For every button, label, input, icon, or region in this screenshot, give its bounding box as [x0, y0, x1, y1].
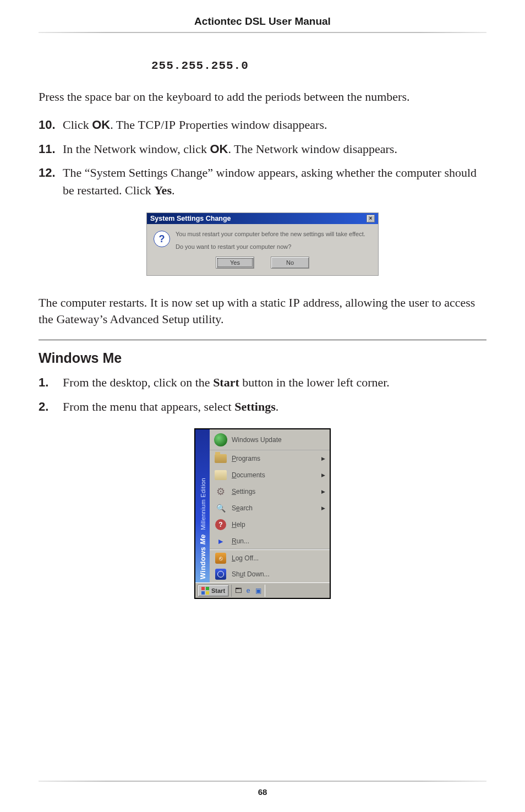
step-11: 11. In the Network window, click OK. The… — [39, 140, 486, 158]
step-number: 2. — [39, 398, 63, 416]
step-body: From the menu that appears, select Setti… — [63, 398, 486, 416]
documents-icon — [214, 468, 227, 482]
page-number: 68 — [0, 787, 525, 797]
start-menu-figure: Windows Me Millennium Edition Windows Up… — [194, 428, 331, 599]
section-heading: Windows Me — [39, 350, 486, 366]
yes-button[interactable]: Yes — [216, 257, 254, 269]
menu-shutdown[interactable]: Shut Down... — [210, 566, 330, 582]
submenu-arrow-icon: ▶ — [321, 505, 325, 511]
menu-label: Log Off... — [232, 554, 259, 562]
menu-label: Programs — [232, 455, 260, 462]
step-body: In the Network window, click OK. The Net… — [63, 140, 486, 158]
windows-flag-icon — [201, 587, 209, 595]
logoff-icon: ⎋ — [214, 552, 227, 565]
header-rule — [39, 32, 486, 33]
menu-documents[interactable]: Documents ▶ — [210, 467, 330, 483]
step-body: Click OK. The TCP/IP Properties window d… — [63, 116, 486, 134]
start-label: Start — [211, 587, 225, 594]
close-icon[interactable]: × — [367, 215, 375, 222]
menu-search[interactable]: Search ▶ — [210, 500, 330, 516]
menu-run[interactable]: Run... — [210, 533, 330, 549]
footer-rule — [39, 781, 486, 782]
menu-label: Settings — [232, 488, 255, 495]
outro-paragraph: The computer restarts. It is now set up … — [39, 295, 486, 327]
step-number: 11. — [39, 140, 63, 158]
step-10: 10. Click OK. The TCP/IP Properties wind… — [39, 116, 486, 134]
submenu-arrow-icon: ▶ — [321, 489, 325, 494]
menu-help[interactable]: ? Help — [210, 516, 330, 533]
quick-launch-icon[interactable]: 🗔 — [234, 586, 243, 595]
steps-list-a: 10. Click OK. The TCP/IP Properties wind… — [39, 116, 486, 200]
step-number: 1. — [39, 374, 63, 391]
submenu-arrow-icon: ▶ — [321, 456, 325, 461]
quick-launch-icon[interactable]: ▣ — [254, 586, 262, 595]
settings-icon: ⚙ — [214, 485, 227, 498]
menu-programs[interactable]: Programs ▶ — [210, 450, 330, 467]
menu-label: Help — [232, 521, 245, 528]
dialog-message: You must restart your computer before th… — [176, 230, 365, 251]
dialog-titlebar: System Settings Change × — [147, 213, 378, 224]
step-b1: 1. From the desktop, click on the Start … — [39, 374, 486, 391]
menu-label: Shut Down... — [232, 570, 270, 578]
help-icon: ? — [214, 518, 227, 531]
windows-update-icon — [214, 433, 227, 446]
menu-label: Run... — [232, 537, 249, 545]
search-icon — [214, 502, 227, 515]
quick-launch-icon[interactable]: e — [244, 586, 253, 595]
taskbar: Start 🗔 e ▣ — [195, 582, 330, 598]
quick-launch: 🗔 e ▣ — [231, 585, 265, 597]
step-body: From the desktop, click on the Start but… — [63, 374, 486, 391]
menu-label: Windows Update — [232, 436, 282, 444]
run-icon — [214, 535, 227, 548]
system-settings-change-dialog: System Settings Change × ? You must rest… — [146, 212, 379, 276]
step-12: 12. The “System Settings Change” window … — [39, 164, 486, 199]
menu-windows-update[interactable]: Windows Update — [210, 429, 330, 450]
step-body: The “System Settings Change” window appe… — [63, 164, 486, 199]
submenu-arrow-icon: ▶ — [321, 472, 325, 478]
dialog-title: System Settings Change — [150, 215, 231, 222]
menu-label: Documents — [232, 471, 265, 479]
steps-list-b: 1. From the desktop, click on the Start … — [39, 374, 486, 416]
intro-paragraph: Press the space bar on the keyboard to a… — [39, 89, 486, 105]
step-number: 10. — [39, 116, 63, 134]
step-b2: 2. From the menu that appears, select Se… — [39, 398, 486, 416]
shutdown-icon — [214, 568, 227, 581]
page-header-title: Actiontec DSL User Manual — [39, 15, 486, 28]
menu-logoff[interactable]: ⎋ Log Off... — [210, 549, 330, 566]
section-divider — [39, 340, 486, 340]
no-button[interactable]: No — [271, 257, 309, 269]
question-icon: ? — [154, 231, 170, 247]
start-button[interactable]: Start — [198, 585, 229, 597]
start-menu-sidebar: Windows Me Millennium Edition — [195, 429, 210, 582]
page-footer: 68 — [0, 781, 525, 797]
subnet-mask-value: 255.255.255.0 — [39, 59, 486, 72]
menu-label: Search — [232, 504, 253, 512]
step-number: 12. — [39, 164, 63, 199]
menu-settings[interactable]: ⚙ Settings ▶ — [210, 483, 330, 500]
programs-icon — [214, 452, 227, 465]
